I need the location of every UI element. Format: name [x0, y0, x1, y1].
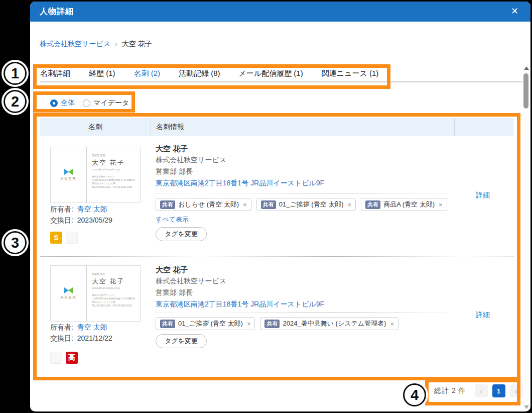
card-company: 株式会社秋空サービス: [92, 175, 137, 178]
scrollbar-thumb[interactable]: [523, 73, 528, 109]
owner-link[interactable]: 青空 太郎: [77, 205, 107, 213]
annotation-number-3: 3: [4, 231, 27, 254]
exchange-date: 2021/12/22: [77, 334, 112, 342]
tab-card-detail[interactable]: 名刺詳細: [40, 69, 70, 78]
annotation-number-2: 2: [4, 90, 27, 113]
modal-title: 人物詳細: [40, 7, 74, 17]
empty-badge: [50, 352, 62, 364]
breadcrumb-person: 大空 花子: [122, 40, 152, 48]
card-address2: JR品川イーストビル9F: [92, 182, 137, 185]
column-header-actions: [454, 118, 513, 136]
table-row: AKSR 営業部 部長 大空 花子 oozora@mail.example.co…: [40, 256, 513, 373]
annotation-number-1: 1: [4, 62, 27, 85]
tab-business-cards[interactable]: 名刺 (2): [134, 69, 161, 78]
annotation-number-4: 4: [403, 383, 426, 406]
tag-remove-icon[interactable]: ×: [439, 201, 443, 209]
business-card-thumbnail[interactable]: AKSR 営業部 部長 大空 花子 oozora@mail.example.co…: [50, 265, 141, 322]
card-tel: TEL 03-3032-1234 FAX 03-3032-1235: [92, 304, 137, 307]
address-link[interactable]: 東京都港区南港2丁目18番1号 JR品川イーストビル9F: [156, 300, 324, 308]
card-name: 大空 花子: [92, 158, 137, 167]
detail-link[interactable]: 詳細: [476, 311, 490, 320]
badge-group: 高: [50, 352, 78, 364]
owner-line: 所有者: 青空 太郎: [50, 205, 107, 214]
shared-badge: 共有: [365, 200, 380, 209]
radio-mydata-label: マイデータ: [93, 98, 129, 108]
radio-all[interactable]: 全体: [50, 98, 75, 108]
prev-page-button[interactable]: ‹: [475, 384, 488, 397]
card-info: 大空 花子 株式会社秋空サービス 営業部 部長 東京都港区南港2丁目18番1号 …: [156, 143, 324, 189]
card-email: oozora@mail.example.co.jp: [92, 168, 137, 171]
tag-label: おしらせ (青空 太郎): [178, 200, 239, 209]
tag-remove-icon[interactable]: ×: [390, 320, 394, 328]
company-name: 株式会社秋空サービス: [156, 154, 324, 166]
owner-link[interactable]: 青空 太郎: [77, 323, 107, 331]
total-count: 総計 2 件: [434, 386, 466, 395]
exchange-date-line: 交換日: 2021/12/22: [50, 334, 112, 343]
breadcrumb-divider: [39, 52, 522, 52]
tag-chip[interactable]: 共有 商品A (青空 太郎) ×: [361, 198, 447, 211]
show-all-link[interactable]: すべて表示: [156, 215, 189, 224]
radio-mydata[interactable]: マイデータ: [83, 98, 129, 108]
card-logo-text: AKSR: [60, 295, 77, 300]
tag-list: 共有 おしらせ (青空 太郎) × 共有 01_ご挨拶 (青空 太郎) × 共有…: [156, 198, 447, 211]
card-name: 大空 花子: [92, 277, 137, 286]
column-header-info: 名刺情報: [151, 118, 454, 136]
scroll-up-icon[interactable]: [524, 66, 529, 70]
card-company: 株式会社秋空サービス: [92, 293, 137, 297]
scroll-down-icon[interactable]: [524, 405, 529, 409]
tag-remove-icon[interactable]: ×: [243, 201, 247, 209]
tag-label: 01_ご挨拶 (青空 太郎): [178, 319, 243, 328]
tag-remove-icon[interactable]: ×: [348, 201, 352, 209]
tab-related-news[interactable]: 関連ニュース (1): [322, 69, 379, 78]
person-name: 大空 花子: [156, 143, 324, 154]
card-address1: 〒108-0075 東京都港区港南 2丁目18番1号: [92, 178, 137, 182]
detail-link[interactable]: 詳細: [476, 191, 490, 200]
tab-career[interactable]: 経歴 (1): [89, 69, 115, 78]
job-title: 営業部 部長: [156, 166, 324, 177]
info-divider: [156, 193, 449, 193]
close-icon[interactable]: ✕: [511, 6, 518, 17]
tag-chip[interactable]: 共有 01_ご挨拶 (青空 太郎) ×: [256, 198, 356, 211]
business-card-thumbnail[interactable]: AKSR 営業部 部長 大空 花子 oozora@mail.example.co…: [50, 147, 141, 203]
shared-badge: 共有: [261, 200, 276, 209]
exchange-date: 2023/05/29: [77, 216, 112, 224]
table-header: 名刺 名刺情報: [40, 118, 513, 136]
info-divider: [156, 313, 449, 313]
tag-chip[interactable]: 共有 おしらせ (青空 太郎) ×: [156, 198, 251, 211]
column-header-card: 名刺: [40, 118, 151, 136]
chevron-right-icon: ›: [115, 39, 117, 48]
scope-filter: 全体 マイデータ: [50, 98, 129, 108]
pagination: 総計 2 件 ‹ 1 ›: [434, 384, 523, 397]
table-row: AKSR 営業部 部長 大空 花子 oozora@mail.example.co…: [40, 136, 513, 256]
priority-high-badge: 高: [66, 352, 78, 364]
address-link[interactable]: 東京都港区南港2丁目18番1号 JR品川イーストビル9F: [156, 179, 324, 187]
person-name: 大空 花子: [156, 264, 324, 275]
tab-activity-log[interactable]: 活動記録 (8): [179, 69, 220, 78]
company-name: 株式会社秋空サービス: [156, 275, 324, 287]
card-info: 大空 花子 株式会社秋空サービス 営業部 部長 東京都港区南港2丁目18番1号 …: [156, 264, 324, 310]
card-email: oozora@mail.example.co.jp: [92, 287, 137, 289]
tag-list: 共有 01_ご挨拶 (青空 太郎) × 共有 2024_暑中見舞い (システム管…: [156, 317, 398, 330]
next-page-button[interactable]: ›: [510, 384, 523, 397]
breadcrumb-company-link[interactable]: 株式会社秋空サービス: [40, 40, 110, 48]
card-address1: 〒108-0075 東京都港区港南 2丁目18番1号: [92, 297, 137, 300]
shared-badge: 共有: [160, 320, 175, 328]
change-tag-button[interactable]: タグを変更: [156, 334, 207, 348]
card-dept: 営業部 部長: [92, 272, 137, 275]
logo-bowtie-icon: [64, 169, 73, 175]
person-detail-modal: 人物詳細 ✕ 株式会社秋空サービス›大空 花子 名刺詳細 経歴 (1) 名刺 (…: [30, 2, 530, 411]
tag-chip[interactable]: 共有 01_ご挨拶 (青空 太郎) ×: [156, 317, 255, 330]
exchange-date-line: 交換日: 2023/05/29: [50, 216, 112, 225]
change-tag-button[interactable]: タグを変更: [156, 227, 207, 241]
tag-label: 01_ご挨拶 (青空 太郎): [279, 200, 344, 209]
tab-mail-history[interactable]: メール配信履歴 (1): [239, 69, 303, 78]
current-page-button[interactable]: 1: [492, 384, 505, 397]
radio-selected-icon: [50, 99, 58, 107]
tag-remove-icon[interactable]: ×: [247, 320, 251, 328]
scrollbar[interactable]: [523, 65, 529, 410]
empty-badge: [66, 232, 78, 244]
tab-bar: 名刺詳細 経歴 (1) 名刺 (2) 活動記録 (8) メール配信履歴 (1) …: [40, 69, 378, 78]
tag-chip[interactable]: 共有 2024_暑中見舞い (システム管理者) ×: [260, 317, 398, 330]
shared-badge: 共有: [160, 200, 175, 209]
card-tel: TEL 03-3032-1234 FAX 03-3032-1235: [92, 185, 137, 189]
